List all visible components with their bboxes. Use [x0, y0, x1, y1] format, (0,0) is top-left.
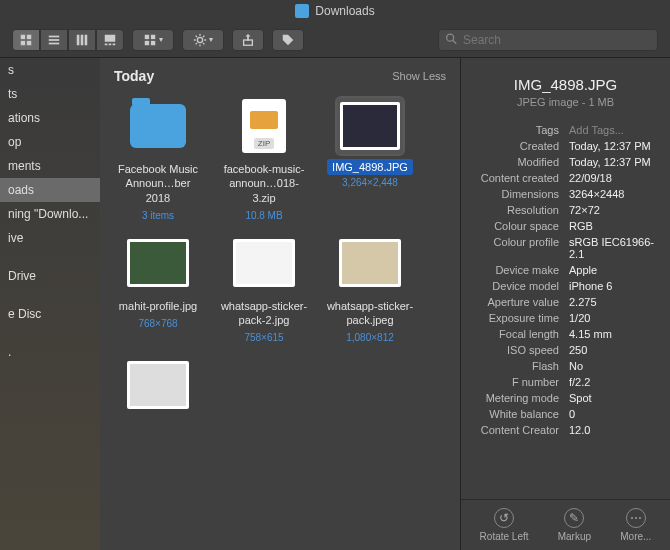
file-meta: 3 items: [112, 210, 204, 221]
svg-rect-11: [105, 43, 108, 45]
sidebar-item[interactable]: oads: [0, 178, 100, 202]
svg-rect-7: [77, 34, 80, 45]
info-value: f/2.2: [569, 376, 658, 388]
file-meta: 758×615: [218, 332, 310, 343]
info-key: Resolution: [473, 204, 559, 216]
titlebar: Downloads: [0, 0, 670, 22]
show-less-button[interactable]: Show Less: [392, 70, 446, 82]
search-field[interactable]: [438, 29, 658, 51]
info-value: 250: [569, 344, 658, 356]
info-key: Exposure time: [473, 312, 559, 324]
info-row: F numberf/2.2: [473, 374, 658, 390]
info-kind: JPEG image - 1 MB: [469, 96, 662, 108]
action-button[interactable]: ✎Markup: [558, 508, 591, 542]
info-key: ISO speed: [473, 344, 559, 356]
sidebar-item[interactable]: e Disc: [0, 302, 100, 326]
file-item[interactable]: mahit-profile.jpg768×768: [108, 231, 208, 348]
info-key: Device make: [473, 264, 559, 276]
icon-view-button[interactable]: [12, 29, 40, 51]
info-row: Metering modeSpot: [473, 390, 658, 406]
file-item[interactable]: [108, 353, 208, 430]
info-value: Today, 12:37 PM: [569, 156, 658, 168]
info-value: 2.275: [569, 296, 658, 308]
group-dropdown[interactable]: ▾: [132, 29, 174, 51]
sidebar-item[interactable]: s: [0, 58, 100, 82]
action-dropdown[interactable]: ▾: [182, 29, 224, 51]
info-row: TagsAdd Tags...: [473, 122, 658, 138]
sidebar-item[interactable]: Drive: [0, 264, 100, 288]
info-key: Focal length: [473, 328, 559, 340]
info-value: iPhone 6: [569, 280, 658, 292]
svg-rect-2: [21, 40, 25, 44]
tags-button[interactable]: [272, 29, 304, 51]
svg-rect-16: [145, 40, 149, 44]
info-row: Colour spaceRGB: [473, 218, 658, 234]
info-row: Focal length4.15 mm: [473, 326, 658, 342]
info-value: 0: [569, 408, 658, 420]
info-key: Content Creator: [473, 424, 559, 436]
info-key: Tags: [473, 124, 559, 136]
info-value: 4.15 mm: [569, 328, 658, 340]
sidebar-item[interactable]: ments: [0, 154, 100, 178]
sidebar-item[interactable]: ive: [0, 226, 100, 250]
file-name: IMG_4898.JPG: [327, 159, 413, 175]
info-key: Modified: [473, 156, 559, 168]
info-value: 72×72: [569, 204, 658, 216]
window-title: Downloads: [315, 4, 374, 18]
info-value: 3264×2448: [569, 188, 658, 200]
folder-icon: [295, 4, 309, 18]
sidebar-item[interactable]: op: [0, 130, 100, 154]
gallery-view-button[interactable]: [96, 29, 124, 51]
info-key: Aperture value: [473, 296, 559, 308]
file-item[interactable]: whatsapp-sticker-pack-2.jpg758×615: [214, 231, 314, 348]
info-key: White balance: [473, 408, 559, 420]
svg-rect-15: [151, 34, 155, 38]
more-icon: ⋯: [626, 508, 646, 528]
info-value[interactable]: Add Tags...: [569, 124, 658, 136]
svg-point-18: [197, 37, 202, 42]
file-meta: 1,080×812: [324, 332, 416, 343]
info-panel: IMG_4898.JPG JPEG image - 1 MB TagsAdd T…: [460, 58, 670, 550]
info-value: Today, 12:37 PM: [569, 140, 658, 152]
info-row: CreatedToday, 12:37 PM: [473, 138, 658, 154]
svg-rect-10: [105, 34, 116, 41]
info-key: Colour space: [473, 220, 559, 232]
info-value: Apple: [569, 264, 658, 276]
info-metadata: TagsAdd Tags...CreatedToday, 12:37 PMMod…: [461, 122, 670, 499]
info-row: White balance0: [473, 406, 658, 422]
action-button[interactable]: ↺Rotate Left: [480, 508, 529, 542]
info-row: ISO speed250: [473, 342, 658, 358]
list-view-button[interactable]: [40, 29, 68, 51]
search-input[interactable]: [438, 29, 658, 51]
action-label: Rotate Left: [480, 531, 529, 542]
file-item[interactable]: whatsapp-sticker-pack.jpeg1,080×812: [320, 231, 420, 348]
view-mode-segment[interactable]: [12, 29, 124, 51]
svg-rect-5: [49, 39, 60, 41]
action-label: More...: [620, 531, 651, 542]
file-item[interactable]: Facebook Music Announ…ber 20183 items: [108, 94, 208, 225]
action-button[interactable]: ⋯More...: [620, 508, 651, 542]
info-row: Resolution72×72: [473, 202, 658, 218]
sidebar-item[interactable]: ning "Downlo...: [0, 202, 100, 226]
info-filename: IMG_4898.JPG: [469, 76, 662, 93]
file-meta: 3,264×2,448: [324, 177, 416, 188]
sidebar: stsationsopmentsoadsning "Downlo...iveDr…: [0, 58, 100, 550]
file-item[interactable]: facebook-music-announ…018-3.zip10.8 MB: [214, 94, 314, 225]
sidebar-item[interactable]: ts: [0, 82, 100, 106]
sidebar-item[interactable]: .: [0, 340, 100, 364]
share-button[interactable]: [232, 29, 264, 51]
file-item[interactable]: IMG_4898.JPG3,264×2,448: [320, 94, 420, 225]
info-key: Dimensions: [473, 188, 559, 200]
main-content: Today Show Less Facebook Music Announ…be…: [100, 58, 460, 550]
file-name: whatsapp-sticker-pack-2.jpg: [218, 297, 310, 330]
file-grid: Facebook Music Announ…ber 20183 itemsfac…: [100, 90, 460, 434]
info-key: F number: [473, 376, 559, 388]
svg-point-20: [447, 34, 454, 41]
info-row: Device makeApple: [473, 262, 658, 278]
info-key: Content created: [473, 172, 559, 184]
column-view-button[interactable]: [68, 29, 96, 51]
file-name: whatsapp-sticker-pack.jpeg: [324, 297, 416, 330]
svg-rect-1: [27, 34, 31, 38]
quick-actions: ↺Rotate Left✎Markup⋯More...: [461, 499, 670, 550]
sidebar-item[interactable]: ations: [0, 106, 100, 130]
